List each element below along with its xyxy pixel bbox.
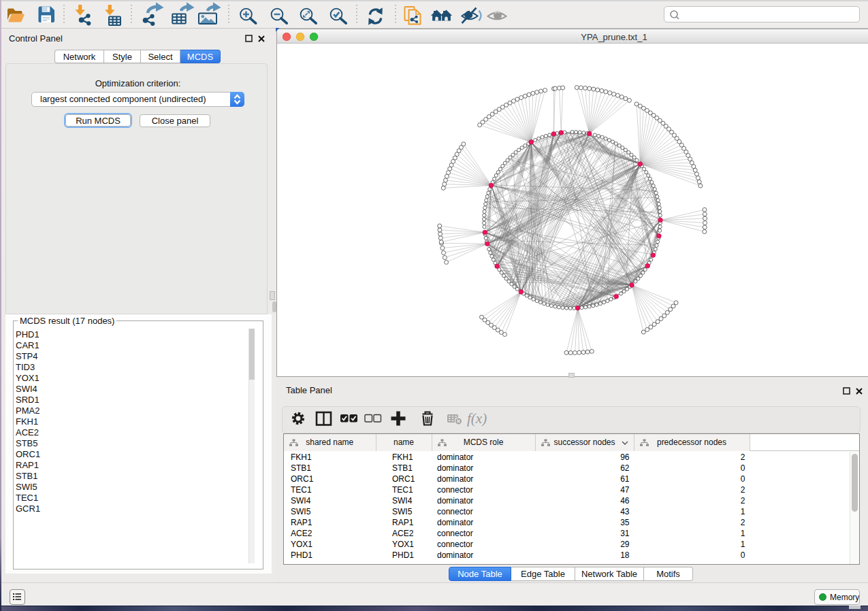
- svg-text:f(x): f(x): [467, 410, 487, 427]
